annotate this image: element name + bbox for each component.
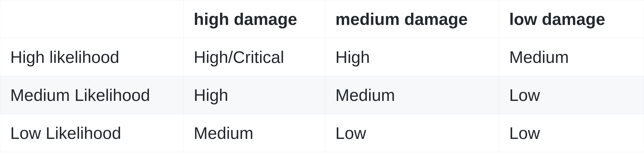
table-row: Low Likelihood Medium Low Low <box>0 114 644 152</box>
risk-matrix-table: high damage medium damage low damage Hig… <box>0 0 644 152</box>
table-row: Medium Likelihood High Medium Low <box>0 76 644 114</box>
table-cell: Medium <box>184 114 325 152</box>
table-cell: Low <box>325 114 499 152</box>
table-cell: High <box>184 76 325 114</box>
column-header-high-damage: high damage <box>184 0 325 38</box>
column-header-low-damage: low damage <box>499 0 644 38</box>
table-cell: High <box>325 38 499 76</box>
table-cell: Low <box>499 76 644 114</box>
table-cell: Medium <box>499 38 644 76</box>
table-cell: High/Critical <box>184 38 325 76</box>
table-cell: Low <box>499 114 644 152</box>
table-corner-cell <box>0 0 184 38</box>
row-label: Medium Likelihood <box>0 76 184 114</box>
table-header-row: high damage medium damage low damage <box>0 0 644 38</box>
column-header-medium-damage: medium damage <box>325 0 499 38</box>
row-label: Low Likelihood <box>0 114 184 152</box>
row-label: High likelihood <box>0 38 184 76</box>
table-row: High likelihood High/Critical High Mediu… <box>0 38 644 76</box>
table-cell: Medium <box>325 76 499 114</box>
